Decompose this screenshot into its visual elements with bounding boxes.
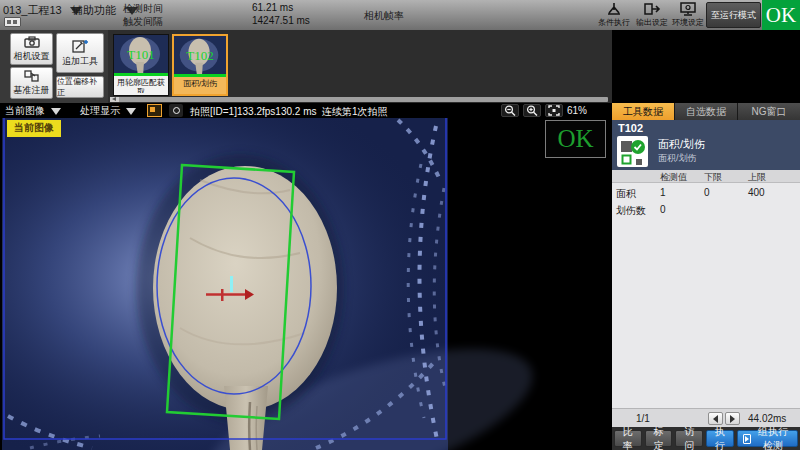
result-table-header: 检测值 下限 上限	[612, 170, 800, 183]
chevron-down-icon	[126, 108, 136, 115]
camera-strip-icon	[4, 17, 21, 27]
top-header-bar: 013_工程13 辅助功能 检测时间 61.21 ms 触发间隔 14247.5…	[0, 0, 800, 30]
row-name: 面积	[616, 187, 636, 201]
viewer-toolbar: 当前图像 处理显示 拍照[ID=1]133.2fps130.2 ms 连续第1次…	[0, 103, 612, 118]
trigger-interval-value: 14247.51 ms	[252, 15, 310, 26]
tool-thumb-label: 用轮廓匹配获取	[114, 76, 168, 93]
tool-status-bar	[174, 74, 226, 77]
arrow-right-icon	[730, 415, 735, 423]
tool-thumbnail-strip: T101 用轮廓匹配获取 T102 面积/划伤	[108, 30, 612, 103]
tool-thumb-t102[interactable]: T102 面积/划伤	[172, 34, 228, 96]
capture-info-text: 拍照[ID=1]133.2fps130.2 ms 连续第1次拍照	[190, 105, 388, 119]
access-button[interactable]: 访问	[675, 430, 703, 447]
target-icon[interactable]	[169, 104, 183, 117]
col-lower-limit: 下限	[704, 171, 722, 184]
tool-thumb-image: T102	[174, 36, 226, 77]
register-squares-icon	[24, 70, 40, 82]
condition-exec-label: 条件执行	[598, 17, 630, 28]
chevron-down-icon	[51, 108, 61, 115]
tool-name: 面积/划伤	[658, 137, 705, 152]
prev-tool-button[interactable]	[708, 412, 723, 425]
group-execute-button[interactable]: 组执行检测	[737, 430, 798, 447]
magnifier-minus-icon	[504, 105, 516, 116]
result-ok-overlay: OK	[545, 120, 606, 158]
detect-time-label: 检测时间	[123, 2, 163, 16]
row-lower: 0	[704, 187, 710, 198]
image-source-dropdown[interactable]: 当前图像	[5, 104, 61, 118]
zoom-in-button[interactable]	[523, 104, 541, 117]
left-sidebar: 相机设置 追加工具 基准注册 位置偏移补正	[0, 30, 108, 103]
next-tool-button[interactable]	[725, 412, 740, 425]
position-offset-button[interactable]: 位置偏移补正	[56, 76, 104, 98]
tool-status-bar	[114, 73, 168, 76]
trigger-interval-label: 触发间隔	[123, 15, 163, 29]
clamp-icon	[605, 2, 623, 16]
display-mode-label: 处理显示	[80, 104, 120, 118]
play-icon	[743, 434, 751, 444]
area-scratch-tool-icon	[617, 136, 648, 167]
add-tool-label: 追加工具	[62, 55, 98, 68]
register-reference-button[interactable]: 基准注册	[10, 67, 53, 99]
pen-plus-icon	[72, 39, 88, 53]
panel-footer: 比率 标定 访问 执行 组执行检测	[612, 427, 800, 450]
page-indicator: 1/1	[636, 413, 650, 424]
tool-id-overlay: T102	[174, 48, 226, 64]
add-tool-button[interactable]: 追加工具	[56, 33, 104, 73]
group-execute-label: 组执行检测	[754, 425, 792, 450]
camera-settings-label: 相机设置	[14, 50, 50, 63]
tool-thumb-label: 面积/划伤	[174, 77, 226, 94]
frame-rate-label: 相机帧率	[364, 9, 404, 23]
aux-menu-label: 辅助功能	[72, 3, 116, 18]
display-mode-dropdown[interactable]: 处理显示	[80, 104, 136, 118]
camera-icon	[24, 36, 40, 48]
tab-custom-data[interactable]: 自选数据	[675, 103, 737, 120]
env-settings-button[interactable]: 环境设定	[672, 2, 704, 28]
scroll-left-icon[interactable]	[110, 97, 119, 102]
position-offset-label: 位置偏移补正	[57, 76, 103, 98]
camera-settings-button[interactable]: 相机设置	[10, 33, 53, 65]
execute-button[interactable]: 执行	[706, 430, 734, 447]
tool-header: T102 面积/划伤 面积/划伤	[612, 120, 800, 170]
tab-tool-data[interactable]: 工具数据	[612, 103, 674, 120]
global-status-badge: OK	[762, 0, 800, 30]
table-row[interactable]: 面积 1 0 400	[612, 184, 800, 201]
tool-thumb-t101[interactable]: T101 用轮廓匹配获取	[113, 34, 169, 96]
ratio-button[interactable]: 比率	[614, 430, 642, 447]
row-value: 1	[660, 187, 666, 198]
output-settings-label: 输出设定	[636, 17, 668, 28]
env-settings-label: 环境设定	[672, 17, 704, 28]
magnifier-plus-icon	[526, 105, 538, 116]
tool-data-panel: T102 面积/划伤 面积/划伤 检测值 下限 上限 面积 1 0 400 划伤…	[612, 120, 800, 450]
col-detect-value: 检测值	[660, 171, 687, 184]
current-image-badge: 当前图像	[7, 120, 61, 137]
thumbnail-scrollbar[interactable]	[110, 97, 608, 102]
zoom-level-value: 61%	[567, 105, 587, 116]
project-selector[interactable]: 013_工程13	[3, 3, 82, 18]
exec-time-value: 44.02ms	[748, 413, 786, 424]
data-panel-tabs: 工具数据 自选数据 NG窗口	[612, 103, 800, 120]
tab-ng-window[interactable]: NG窗口	[738, 103, 800, 120]
tool-id: T102	[618, 122, 643, 134]
position-display-icon[interactable]	[147, 104, 162, 117]
calibration-button[interactable]: 标定	[645, 430, 673, 447]
table-row[interactable]: 划伤数 0	[612, 201, 800, 218]
col-upper-limit: 上限	[748, 171, 766, 184]
output-settings-button[interactable]: 输出设定	[636, 2, 668, 28]
run-mode-button[interactable]: 至运行模式	[706, 2, 761, 28]
row-upper: 400	[748, 187, 765, 198]
row-value: 0	[660, 204, 666, 215]
condition-exec-button[interactable]: 条件执行	[598, 2, 630, 28]
project-name: 013_工程13	[3, 3, 62, 18]
fit-screen-icon	[548, 105, 560, 116]
detect-time-value: 61.21 ms	[252, 2, 293, 13]
tool-thumb-image: T101	[114, 35, 168, 76]
fit-to-window-button[interactable]	[545, 104, 563, 117]
register-reference-label: 基准注册	[14, 84, 50, 97]
row-name: 划伤数	[616, 204, 646, 218]
tool-id-overlay: T101	[114, 47, 168, 63]
image-viewer[interactable]: 当前图像 OK	[0, 118, 612, 450]
monitor-icon	[679, 2, 697, 16]
tool-subtitle: 面积/划伤	[658, 152, 697, 165]
export-arrow-icon	[643, 2, 661, 16]
zoom-out-button[interactable]	[501, 104, 519, 117]
